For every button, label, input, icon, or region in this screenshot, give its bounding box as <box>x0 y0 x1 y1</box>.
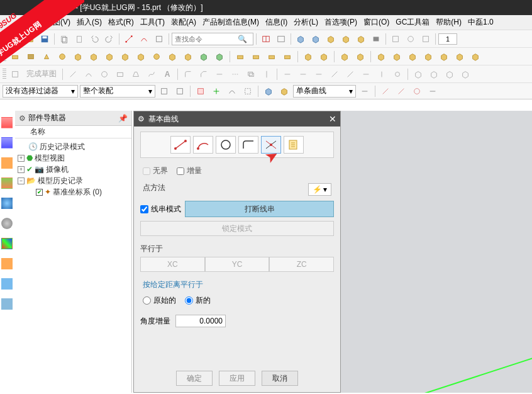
nav-assembly-icon[interactable] <box>1 137 13 149</box>
feat-20[interactable] <box>317 50 331 64</box>
sel-4[interactable] <box>209 84 223 98</box>
assembly-combo[interactable]: 整个装配 ▾ <box>80 85 155 98</box>
sketch-finish[interactable] <box>8 67 22 81</box>
undo-button[interactable] <box>87 32 101 46</box>
tree-row-camera[interactable]: + ✔ 📷 摄像机 <box>18 164 129 175</box>
save-button[interactable] <box>38 32 52 46</box>
cancel-button[interactable]: 取消 <box>262 371 298 386</box>
nav-lib-icon[interactable] <box>1 278 13 290</box>
feat-12[interactable] <box>181 50 195 64</box>
sk-extend[interactable] <box>228 67 242 81</box>
sk-c1[interactable] <box>328 67 341 81</box>
cube-3[interactable] <box>324 32 338 46</box>
menu-assembly[interactable]: 装配(A) <box>169 16 199 29</box>
gripper-icon[interactable] <box>3 33 6 45</box>
menu-window[interactable]: 窗口(O) <box>361 16 392 29</box>
checkbox-checked[interactable]: ✔ <box>36 189 43 196</box>
layer-spin[interactable]: 1 <box>438 33 457 45</box>
nav-palette-icon[interactable] <box>1 238 13 249</box>
curve-type-edit[interactable] <box>284 136 304 154</box>
menu-insert[interactable]: 插入(S) <box>74 16 104 29</box>
feat-2[interactable] <box>24 50 38 64</box>
pin-icon[interactable]: 📌 <box>118 114 128 123</box>
misc-1[interactable] <box>389 32 402 46</box>
nav-web-icon[interactable] <box>1 198 13 209</box>
gripper-icon[interactable] <box>3 51 6 62</box>
sk-fillet[interactable] <box>181 67 195 81</box>
expand-icon[interactable]: + <box>18 166 25 173</box>
feat-7[interactable] <box>103 50 116 64</box>
curve-combo[interactable]: 单条曲线 ▾ <box>293 85 356 98</box>
search-icon[interactable]: 🔍 <box>235 35 250 43</box>
nav-reuse-icon[interactable] <box>1 177 13 189</box>
angle-increment-input[interactable] <box>175 315 226 327</box>
sel-11[interactable] <box>394 84 408 98</box>
sk-s3[interactable] <box>443 67 457 81</box>
cube-1[interactable] <box>294 32 308 46</box>
tree-row-model-history[interactable]: − 📂 模型历史记录 <box>18 175 129 186</box>
menu-pref[interactable]: 首选项(P) <box>322 16 360 29</box>
misc-2[interactable] <box>404 32 418 46</box>
menu-gc[interactable]: GC工具箱 <box>393 16 432 29</box>
collapse-icon[interactable]: − <box>18 177 25 184</box>
feat-3[interactable] <box>40 50 53 64</box>
cube-4[interactable] <box>339 32 353 46</box>
sel-7[interactable] <box>262 84 275 98</box>
increment-checkbox[interactable]: 增量 <box>177 166 202 176</box>
copy-button[interactable] <box>57 32 71 46</box>
menu-tools[interactable]: 工具(T) <box>138 16 167 29</box>
feat-10[interactable] <box>150 50 163 64</box>
cube-5[interactable] <box>354 32 368 46</box>
sk-dim3[interactable] <box>312 67 326 81</box>
sk-s1[interactable] <box>411 67 425 81</box>
feat-21[interactable] <box>338 50 352 64</box>
sel-9[interactable] <box>358 84 372 98</box>
curve-type-circle[interactable] <box>216 136 236 154</box>
feat-14[interactable] <box>213 50 226 64</box>
sk-s2[interactable] <box>427 67 441 81</box>
sel-13[interactable] <box>426 84 440 98</box>
menu-help[interactable]: 帮助(H) <box>433 16 464 29</box>
sel-8[interactable] <box>277 84 291 98</box>
tree-row-datum[interactable]: ✔ ✦ 基准坐标系 (0) <box>18 186 129 198</box>
curve-type-fillet[interactable] <box>238 136 258 154</box>
sk-circle[interactable] <box>97 67 111 81</box>
feat-15[interactable] <box>233 50 247 64</box>
sk-dim1[interactable] <box>280 67 294 81</box>
sk-c4[interactable] <box>375 67 389 81</box>
menu-pmi[interactable]: 产品制造信息(M) <box>200 16 262 29</box>
point-method-button[interactable]: ⚡ ▾ <box>308 183 331 196</box>
filter-combo[interactable]: 没有选择过滤器 ▾ <box>3 85 78 98</box>
sel-5[interactable] <box>225 84 239 98</box>
menu-format[interactable]: 格式(R) <box>106 16 136 29</box>
sk-chamfer[interactable] <box>197 67 211 81</box>
line-tool[interactable] <box>122 32 136 46</box>
dialog-header[interactable]: ⚙ 基本曲线 ✕ <box>134 111 340 127</box>
close-icon[interactable]: ✕ <box>329 114 336 124</box>
redo-button[interactable] <box>103 32 116 46</box>
view-button-2[interactable] <box>274 32 288 46</box>
feat-11[interactable] <box>165 50 179 64</box>
rect-color[interactable] <box>369 32 383 46</box>
sk-spline[interactable] <box>145 67 158 81</box>
command-search[interactable]: 🔍 <box>172 33 253 45</box>
feat-27[interactable] <box>437 50 451 64</box>
radio-new[interactable]: 新的 <box>185 295 211 306</box>
expand-icon[interactable]: + <box>18 155 25 162</box>
menu-analyze[interactable]: 分析(L) <box>291 16 321 29</box>
graphics-viewport[interactable] <box>341 111 532 393</box>
feat-13[interactable] <box>197 50 211 64</box>
sel-3[interactable] <box>194 84 208 98</box>
sk-text[interactable]: A <box>160 67 174 81</box>
curve-type-line[interactable] <box>170 136 191 154</box>
feat-29[interactable] <box>468 50 482 64</box>
feat-5[interactable] <box>71 50 85 64</box>
sk-s4[interactable] <box>458 67 472 81</box>
feat-4[interactable] <box>55 50 69 64</box>
feat-28[interactable] <box>453 50 467 64</box>
gripper-icon[interactable] <box>3 69 6 80</box>
feat-6[interactable] <box>87 50 101 64</box>
feat-22[interactable] <box>353 50 367 64</box>
tree-row-model-view[interactable]: + ⬣ 模型视图 <box>18 152 129 164</box>
sheet-tool[interactable] <box>152 32 166 46</box>
